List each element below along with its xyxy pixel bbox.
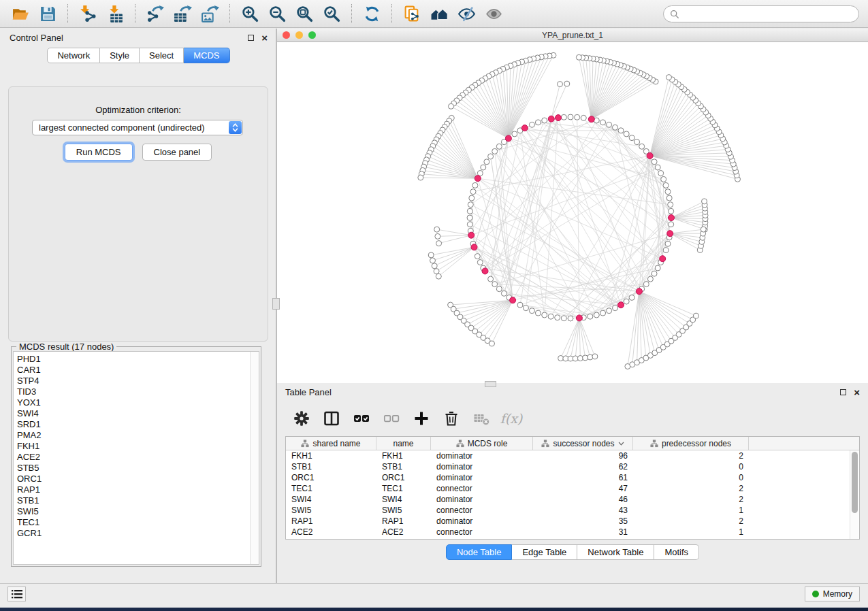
table-row[interactable]: ORC1ORC1dominator610 <box>286 472 859 483</box>
show-columns-button[interactable] <box>319 406 344 431</box>
mcds-result-item[interactable]: PHD1 <box>17 354 250 365</box>
table-row[interactable]: YOX1YOX1connector291 <box>286 538 859 539</box>
table-scrollbar-thumb[interactable] <box>852 452 858 513</box>
refresh-layout-button[interactable] <box>358 2 385 25</box>
table-settings-button[interactable] <box>289 406 314 431</box>
float-table-icon[interactable] <box>840 389 846 395</box>
mcds-result-item[interactable]: SWI5 <box>17 506 250 517</box>
table-row[interactable]: RAP1RAP1dominator352 <box>286 516 859 527</box>
first-neighbors-button[interactable] <box>425 2 453 25</box>
table-row[interactable]: SWI5SWI5connector431 <box>286 505 859 516</box>
table-row[interactable]: TEC1TEC1connector472 <box>286 483 859 494</box>
column-header-MCDS-role[interactable]: MCDS role <box>431 437 533 450</box>
column-header-name[interactable]: name <box>376 437 431 450</box>
task-history-button[interactable] <box>7 587 26 601</box>
main-toolbar <box>0 0 868 28</box>
refresh-layout-icon <box>363 5 381 23</box>
mcds-result-list[interactable]: PHD1CAR1STP4TID3YOX1SWI4SRD1PMA2FKH1ACE2… <box>13 351 259 565</box>
mcds-result-item[interactable]: TID3 <box>17 386 250 397</box>
network-canvas[interactable] <box>277 42 868 383</box>
tab-edge-table[interactable]: Edge Table <box>512 544 577 560</box>
column-type-icon <box>541 440 549 448</box>
float-window-icon[interactable] <box>248 35 254 41</box>
mcds-result-item[interactable]: RAP1 <box>17 484 250 495</box>
mcds-result-item[interactable]: ACE2 <box>17 452 250 463</box>
table-cell: YOX1 <box>376 538 431 539</box>
table-cell: 1 <box>633 538 749 539</box>
save-session-button[interactable] <box>34 2 61 25</box>
search-input[interactable] <box>684 9 852 19</box>
control-panel: Control Panel × NetworkStyleSelectMCDS O… <box>1 29 276 583</box>
table-row[interactable]: STB1STB1dominator620 <box>286 461 859 472</box>
search-icon <box>670 10 679 19</box>
column-header-shared-name[interactable]: shared name <box>286 437 376 450</box>
table-splitter-handle[interactable] <box>485 381 496 387</box>
mcds-result-item[interactable]: SRD1 <box>17 419 250 430</box>
mcds-result-item[interactable]: SWI4 <box>17 408 250 419</box>
export-table-button[interactable] <box>169 2 196 25</box>
network-from-selection-button[interactable] <box>398 2 425 25</box>
table-cell: TEC1 <box>286 483 376 494</box>
mcds-result-item[interactable]: PMA2 <box>17 430 250 441</box>
close-table-icon[interactable]: × <box>854 389 860 395</box>
tab-network-table[interactable]: Network Table <box>577 544 654 560</box>
table-cell: 35 <box>533 516 633 527</box>
tab-network[interactable]: Network <box>47 48 100 63</box>
mcds-result-item[interactable]: CAR1 <box>17 365 250 376</box>
toolbar-separator <box>135 4 135 23</box>
run-mcds-button[interactable]: Run MCDS <box>65 144 133 161</box>
zoom-in-button[interactable] <box>236 2 263 25</box>
mcds-result-item[interactable]: STP4 <box>17 376 250 386</box>
function-builder-button: f(x) <box>499 406 524 431</box>
tab-mcds[interactable]: MCDS <box>184 48 229 63</box>
zoom-out-icon <box>268 5 287 23</box>
mcds-result-item[interactable]: GCR1 <box>17 528 250 539</box>
show-all-button[interactable] <box>480 2 507 25</box>
mcds-result-item[interactable]: ORC1 <box>17 474 250 484</box>
zoom-out-button[interactable] <box>263 2 291 25</box>
search-box[interactable] <box>663 5 859 22</box>
dropdown-selected-value: largest connected component (undirected) <box>33 122 228 133</box>
zoom-selected-button[interactable] <box>318 2 345 25</box>
column-header-successor-nodes[interactable]: successor nodes <box>533 437 633 450</box>
table-cell: connector <box>431 505 533 516</box>
select-all-columns-button[interactable] <box>349 406 374 431</box>
memory-button[interactable]: Memory <box>805 587 860 601</box>
table-cell: SWI4 <box>286 494 376 505</box>
create-column-button[interactable] <box>409 406 434 431</box>
app-window: Control Panel × NetworkStyleSelectMCDS O… <box>0 0 868 608</box>
delete-column-button[interactable] <box>439 406 464 431</box>
tab-motifs[interactable]: Motifs <box>654 544 699 560</box>
close-panel-button[interactable]: Close panel <box>142 144 212 161</box>
table-row[interactable]: FKH1FKH1dominator962 <box>286 450 859 461</box>
table-cell: 61 <box>533 472 633 483</box>
unselect-all-columns-button[interactable] <box>379 406 404 431</box>
column-header-predecessor-nodes[interactable]: predecessor nodes <box>633 437 749 450</box>
mcds-result-item[interactable]: TEC1 <box>17 517 250 528</box>
control-panel-title: Control Panel <box>10 33 63 43</box>
close-panel-icon[interactable]: × <box>261 35 268 41</box>
export-image-button[interactable] <box>196 2 223 25</box>
zoom-fit-button[interactable] <box>291 2 318 25</box>
memory-status-icon <box>812 591 819 597</box>
export-network-button[interactable] <box>142 2 169 25</box>
tab-select[interactable]: Select <box>140 48 184 63</box>
optimization-criterion-select[interactable]: largest connected component (undirected) <box>32 120 243 135</box>
table-row[interactable]: ACE2ACE2connector311 <box>286 527 859 538</box>
tab-node-table[interactable]: Node Table <box>446 544 513 560</box>
table-row[interactable]: SWI4SWI4dominator462 <box>286 494 859 505</box>
save-session-icon <box>39 5 57 23</box>
mcds-result-item[interactable]: STB1 <box>17 495 250 506</box>
mcds-result-item[interactable]: FKH1 <box>17 441 250 452</box>
panel-splitter-handle[interactable] <box>272 298 280 310</box>
table-scrollbar[interactable] <box>850 450 858 539</box>
mcds-result-item[interactable]: STB5 <box>17 463 250 474</box>
import-network-button[interactable] <box>74 2 101 25</box>
mcds-result-scrollbar[interactable] <box>250 352 259 564</box>
import-table-button[interactable] <box>101 2 129 25</box>
open-file-button[interactable] <box>7 2 34 25</box>
tab-style[interactable]: Style <box>100 48 140 63</box>
table-cell: 2 <box>633 494 749 505</box>
hide-selected-button[interactable] <box>453 2 480 25</box>
mcds-result-item[interactable]: YOX1 <box>17 397 250 408</box>
